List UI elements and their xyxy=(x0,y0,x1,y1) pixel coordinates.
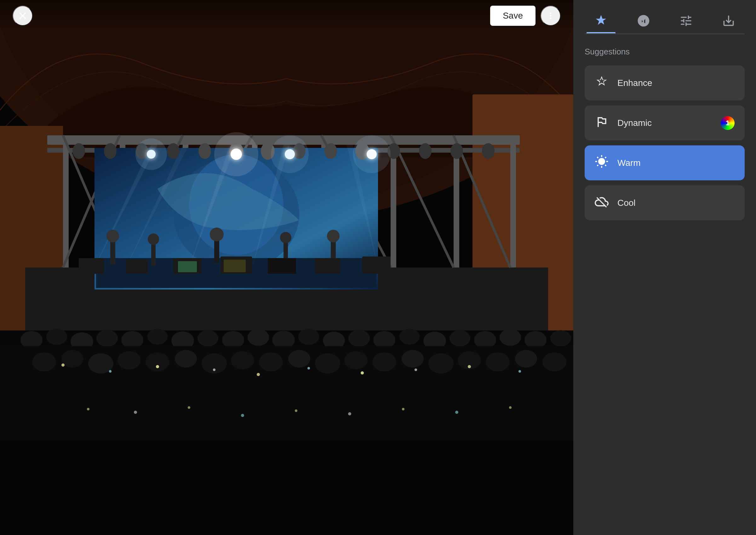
svg-point-96 xyxy=(525,331,547,349)
svg-point-113 xyxy=(428,353,454,374)
svg-point-134 xyxy=(402,408,405,410)
svg-point-79 xyxy=(96,330,118,347)
svg-point-45 xyxy=(419,143,432,159)
svg-point-106 xyxy=(231,351,254,370)
svg-rect-58 xyxy=(151,242,156,266)
suggestion-dynamic[interactable]: Dynamic 1 xyxy=(585,105,745,140)
svg-point-87 xyxy=(298,328,319,345)
svg-rect-16 xyxy=(510,135,516,268)
svg-rect-72 xyxy=(362,257,391,274)
right-panel: Suggestions Enhance Dynamic 1 xyxy=(573,0,756,535)
tab-face-retouch[interactable] xyxy=(629,9,658,33)
svg-point-104 xyxy=(175,350,197,368)
svg-rect-9 xyxy=(63,135,69,268)
tab-export[interactable] xyxy=(714,9,743,33)
svg-point-131 xyxy=(241,414,244,417)
svg-point-122 xyxy=(257,373,260,376)
svg-point-123 xyxy=(307,367,310,370)
svg-point-117 xyxy=(542,352,566,371)
more-options-button[interactable] xyxy=(540,6,561,26)
svg-point-76 xyxy=(20,331,43,349)
svg-point-55 xyxy=(353,135,391,173)
svg-point-115 xyxy=(486,352,510,371)
svg-point-107 xyxy=(259,352,283,371)
svg-point-118 xyxy=(61,363,65,367)
svg-point-135 xyxy=(455,411,458,414)
top-bar-actions: Save xyxy=(490,6,561,26)
svg-point-126 xyxy=(468,365,471,368)
svg-point-112 xyxy=(402,350,424,368)
svg-point-116 xyxy=(515,350,537,368)
svg-rect-70 xyxy=(268,258,296,274)
svg-point-47 xyxy=(482,143,495,159)
svg-point-97 xyxy=(550,330,571,347)
svg-point-52 xyxy=(136,138,167,170)
svg-point-120 xyxy=(156,365,159,368)
svg-point-119 xyxy=(109,370,111,373)
dynamic-icon xyxy=(595,115,609,131)
svg-point-91 xyxy=(399,329,420,345)
dynamic-badge: 1 xyxy=(721,116,735,130)
svg-point-37 xyxy=(167,143,180,159)
svg-point-34 xyxy=(73,143,85,159)
svg-point-93 xyxy=(449,330,470,347)
svg-point-121 xyxy=(213,369,216,371)
tab-adjustments[interactable] xyxy=(672,9,701,33)
svg-point-54 xyxy=(271,135,309,173)
image-area: Save xyxy=(0,0,573,535)
svg-point-136 xyxy=(509,406,512,409)
svg-point-130 xyxy=(188,406,190,409)
svg-point-109 xyxy=(315,353,340,374)
svg-point-103 xyxy=(145,352,169,371)
suggestions-label: Suggestions xyxy=(585,47,745,57)
svg-point-95 xyxy=(499,329,521,346)
svg-point-124 xyxy=(361,371,364,375)
svg-rect-137 xyxy=(0,440,573,535)
svg-point-90 xyxy=(373,331,395,349)
suggestion-enhance[interactable]: Enhance xyxy=(585,66,745,100)
svg-point-94 xyxy=(474,331,496,349)
dynamic-label: Dynamic xyxy=(618,118,712,128)
svg-point-129 xyxy=(134,411,137,414)
svg-point-111 xyxy=(372,352,396,371)
suggestions-section: Suggestions Enhance Dynamic 1 xyxy=(573,34,756,238)
svg-point-38 xyxy=(198,143,211,159)
save-button[interactable]: Save xyxy=(490,6,535,26)
svg-point-61 xyxy=(210,228,224,241)
svg-point-77 xyxy=(46,328,67,345)
svg-point-80 xyxy=(121,331,143,349)
svg-point-125 xyxy=(414,369,417,371)
svg-point-84 xyxy=(222,331,244,349)
svg-point-100 xyxy=(61,350,83,368)
warm-icon xyxy=(595,155,609,171)
tab-suggestions[interactable] xyxy=(587,9,616,33)
enhance-icon xyxy=(595,75,609,91)
svg-point-57 xyxy=(106,230,119,242)
svg-rect-71 xyxy=(315,258,340,274)
svg-point-59 xyxy=(148,234,159,245)
svg-point-63 xyxy=(280,232,291,243)
svg-point-128 xyxy=(87,408,89,410)
svg-point-85 xyxy=(248,329,269,346)
svg-point-65 xyxy=(327,230,340,242)
svg-point-46 xyxy=(450,143,463,159)
svg-point-53 xyxy=(214,132,258,176)
svg-point-108 xyxy=(288,350,310,368)
svg-point-110 xyxy=(344,351,368,370)
cool-icon xyxy=(595,195,609,211)
svg-rect-73 xyxy=(178,261,197,272)
svg-point-133 xyxy=(348,412,351,415)
svg-point-42 xyxy=(324,143,337,159)
cool-label: Cool xyxy=(618,198,735,208)
enhance-label: Enhance xyxy=(618,78,735,88)
top-bar: Save xyxy=(0,0,573,32)
svg-rect-74 xyxy=(224,260,246,272)
suggestion-cool[interactable]: Cool xyxy=(585,185,745,220)
svg-point-99 xyxy=(32,352,56,371)
panel-toolbar xyxy=(573,0,756,33)
svg-point-35 xyxy=(104,143,117,159)
svg-rect-66 xyxy=(79,258,104,274)
close-button[interactable] xyxy=(13,6,33,26)
svg-point-127 xyxy=(519,370,521,373)
suggestion-warm[interactable]: Warm xyxy=(585,145,745,180)
